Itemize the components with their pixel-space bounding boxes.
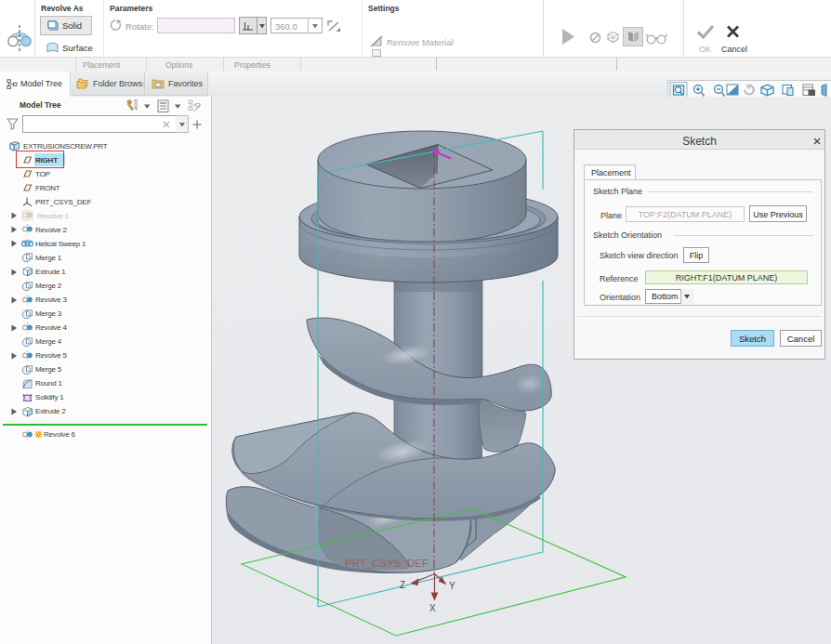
svg-text:Z: Z — [400, 580, 405, 590]
svg-text:X: X — [429, 603, 436, 613]
svg-text:PRT_CSYS_DEF: PRT_CSYS_DEF — [345, 558, 429, 569]
svg-text:Y: Y — [449, 581, 455, 591]
